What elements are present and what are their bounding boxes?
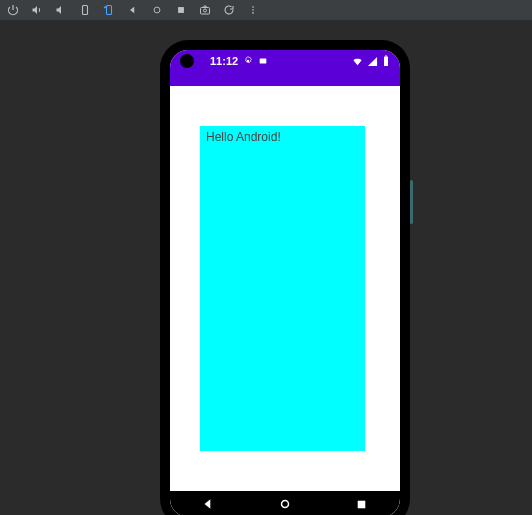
svg-rect-12	[385, 56, 387, 57]
svg-rect-10	[260, 59, 267, 64]
svg-rect-11	[384, 57, 388, 67]
emulator-toolbar	[0, 0, 532, 20]
svg-point-8	[252, 12, 254, 14]
gear-icon	[243, 56, 253, 66]
svg-point-5	[204, 9, 207, 12]
back-icon[interactable]	[126, 3, 140, 17]
app-content: Hello Android!	[170, 86, 400, 491]
volume-down-icon[interactable]	[54, 3, 68, 17]
overview-icon[interactable]	[174, 3, 188, 17]
svg-point-6	[252, 6, 254, 8]
device-frame: 11:12	[160, 40, 410, 515]
status-time: 11:12	[210, 55, 238, 67]
battery-icon	[382, 55, 390, 67]
rotate-left-icon[interactable]	[78, 3, 92, 17]
power-icon[interactable]	[6, 3, 20, 17]
front-camera	[180, 54, 194, 68]
nav-back-button[interactable]	[200, 496, 216, 512]
greeting-box: Hello Android!	[200, 126, 365, 451]
rotate-right-icon[interactable]	[102, 3, 116, 17]
volume-up-icon[interactable]	[30, 3, 44, 17]
emulator-canvas: 11:12	[0, 20, 532, 515]
svg-rect-0	[83, 6, 88, 15]
svg-rect-14	[358, 500, 366, 508]
screenshot-icon[interactable]	[198, 3, 212, 17]
more-icon[interactable]	[246, 3, 260, 17]
nav-home-button[interactable]	[277, 496, 293, 512]
app-bar	[170, 72, 400, 86]
home-icon[interactable]	[150, 3, 164, 17]
card-icon	[258, 56, 268, 66]
device-screen: 11:12	[170, 50, 400, 515]
wifi-icon	[352, 56, 363, 67]
svg-point-13	[281, 501, 288, 508]
svg-rect-3	[178, 7, 184, 13]
svg-rect-4	[201, 8, 210, 15]
status-bar: 11:12	[170, 50, 400, 72]
reload-icon[interactable]	[222, 3, 236, 17]
system-nav-bar	[170, 491, 400, 515]
greeting-text: Hello Android!	[206, 130, 281, 144]
signal-icon	[367, 56, 378, 67]
svg-rect-1	[107, 6, 112, 15]
nav-overview-button[interactable]	[354, 496, 370, 512]
svg-point-2	[154, 7, 160, 13]
svg-point-7	[252, 9, 254, 11]
